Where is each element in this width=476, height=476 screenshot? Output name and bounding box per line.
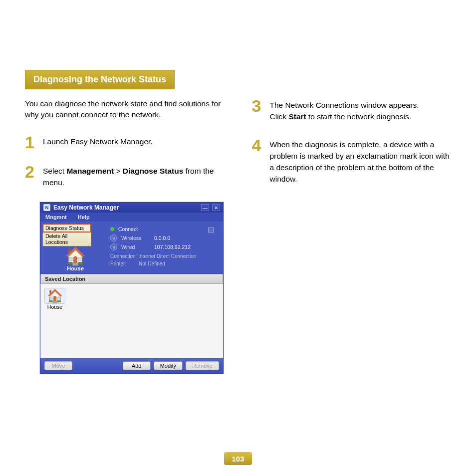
- section-heading: Diagnosing the Network Status: [25, 70, 175, 89]
- step-number: 1: [25, 135, 36, 150]
- wired-label: Wired: [121, 244, 150, 250]
- minimize-button[interactable]: —: [201, 204, 209, 211]
- current-location-label: House: [67, 265, 84, 271]
- menu-management[interactable]: Mngmnt: [45, 214, 67, 220]
- saved-location-item[interactable]: 🏠 House: [44, 288, 65, 310]
- modify-button[interactable]: Modify: [154, 361, 183, 370]
- window-title: Easy Network Manager: [53, 204, 198, 211]
- connection-label: Connection:: [110, 253, 137, 259]
- step-number: 2: [25, 164, 36, 189]
- menu-diagnose-status[interactable]: Diagnose Status: [42, 224, 91, 233]
- step-4: 4 When the diagnosis is complete, a devi…: [252, 138, 452, 185]
- step-1: 1 Launch Easy Network Manager.: [25, 135, 225, 150]
- menu-help[interactable]: Help: [78, 214, 90, 220]
- printer-label: Printer:: [110, 261, 126, 266]
- step-2: 2 Select Management > Diagnose Status fr…: [25, 164, 225, 189]
- printer-value: Not Defined: [139, 261, 165, 266]
- step-number: 4: [252, 138, 263, 185]
- wireless-value: 0.0.0.0: [154, 235, 170, 241]
- connect-label: Connect: [118, 226, 138, 232]
- step-3: 3 The Network Connections window appears…: [252, 98, 452, 123]
- step-text: Launch Easy Network Manager.: [43, 135, 153, 150]
- page-number: 103: [224, 452, 252, 465]
- titlebar: N Easy Network Manager — ✕: [40, 203, 223, 213]
- saved-location-header: Saved Location: [40, 274, 223, 284]
- house-icon: 🏠: [44, 288, 65, 304]
- browser-icon: e: [110, 243, 117, 250]
- saved-item-label: House: [47, 304, 62, 310]
- wireless-label: Wireless: [121, 235, 150, 241]
- add-button[interactable]: Add: [123, 361, 151, 370]
- move-button[interactable]: Move: [44, 361, 72, 370]
- menu-delete-all-locations[interactable]: Delete All Locations: [43, 232, 91, 246]
- step-text: When the diagnosis is complete, a device…: [270, 138, 452, 185]
- browser-icon: e: [110, 235, 117, 241]
- status-indicator-icon: [110, 227, 114, 231]
- menubar: Mngmnt Help: [40, 213, 223, 222]
- expand-icon[interactable]: [208, 228, 214, 233]
- app-window: N Easy Network Manager — ✕ Mngmnt Help D…: [40, 202, 224, 374]
- wired-value: 107.108.92.212: [154, 244, 191, 250]
- management-dropdown: Diagnose Status Delete All Locations: [42, 224, 91, 246]
- remove-button[interactable]: Remove: [186, 361, 219, 370]
- house-icon: 🏠: [65, 247, 86, 264]
- app-icon: N: [43, 204, 50, 211]
- step-number: 3: [252, 98, 263, 123]
- step-text: The Network Connections window appears. …: [270, 98, 419, 123]
- step-text: Select Management > Diagnose Status from…: [43, 164, 225, 189]
- intro-text: You can diagnose the network state and f…: [25, 98, 225, 121]
- connection-value: Internet Direct Connection: [138, 253, 196, 259]
- close-button[interactable]: ✕: [212, 204, 220, 211]
